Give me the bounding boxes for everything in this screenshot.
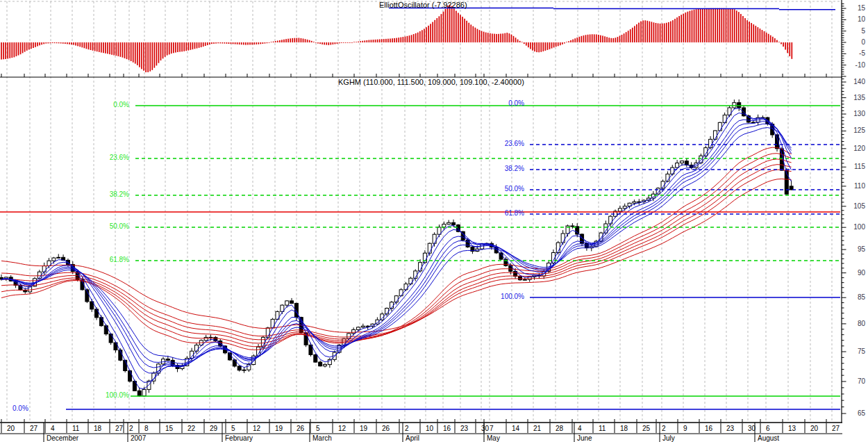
date-tick-label: 13 <box>788 425 796 433</box>
month-label: March <box>312 434 332 442</box>
price-axis-label: 70 <box>844 377 865 386</box>
month-label: 2007 <box>131 434 146 442</box>
date-tick-label: 20 <box>810 425 818 433</box>
date-tick-label: 16 <box>705 425 712 433</box>
price-axis-label: 100 <box>844 223 865 231</box>
fib-green-label: 50.0% <box>87 222 129 231</box>
oscillator-title: ElliottOscillator (-7.92286) <box>379 1 467 9</box>
date-tick-label: 23 <box>460 425 468 433</box>
osc-axis-label: -5 <box>844 49 865 58</box>
date-tick-label: 27 <box>30 425 37 433</box>
date-tick-label: 30 <box>481 425 489 433</box>
fib-green-label: 61.8% <box>87 256 129 264</box>
month-label: February <box>225 434 253 442</box>
date-tick-label: 2 <box>405 425 409 433</box>
price-axis-label: 75 <box>844 347 865 356</box>
chart-canvas[interactable] <box>0 0 868 442</box>
month-label: August <box>758 434 779 442</box>
fib-green-label: 38.2% <box>87 190 129 199</box>
date-tick-label: 21 <box>533 425 541 433</box>
date-tick-label: 23 <box>726 425 734 433</box>
price-axis-label: 125 <box>844 126 865 135</box>
date-tick-label: 25 <box>642 425 650 433</box>
date-tick-label: 18 <box>620 425 628 433</box>
osc-axis-label: -10 <box>844 61 865 69</box>
date-tick-label: 18 <box>94 425 101 433</box>
fib-blue-label: 50.0% <box>483 185 524 193</box>
fib-blue-label: 23.6% <box>483 140 524 148</box>
date-tick-label: 5 <box>231 425 235 433</box>
month-label: May <box>487 434 500 442</box>
fib-blue-label: 61.8% <box>483 209 524 218</box>
date-tick-label: 27 <box>115 425 123 433</box>
date-tick-label: 10 <box>426 425 433 433</box>
fib-green-label: 100.0% <box>106 391 129 400</box>
date-tick-label: 12 <box>338 425 346 433</box>
date-tick-label: 11 <box>599 425 606 433</box>
date-tick-label: 26 <box>297 425 304 433</box>
date-tick-label: 7 <box>490 425 494 433</box>
osc-axis-label: 0 <box>844 38 865 47</box>
osc-axis-label: 10 <box>844 15 865 24</box>
date-tick-label: 8 <box>144 425 149 433</box>
price-axis-label: 65 <box>844 409 865 418</box>
date-tick-label: 27 <box>832 425 840 433</box>
date-tick-label: 6 <box>766 425 770 433</box>
date-tick-label: 20 <box>7 425 15 433</box>
date-tick-label: 2 <box>129 425 133 433</box>
month-label: December <box>47 434 78 442</box>
osc-axis-label: 15 <box>844 4 865 13</box>
date-tick-label: 4 <box>51 425 55 433</box>
date-tick-label: 12 <box>253 425 260 433</box>
date-tick-label: 14 <box>512 425 519 433</box>
price-axis-label: 80 <box>844 320 865 328</box>
fib-green-label: 23.6% <box>87 154 129 162</box>
price-axis-label: 115 <box>844 163 865 171</box>
date-tick-label: 11 <box>72 425 79 433</box>
date-tick-label: 2 <box>662 425 666 433</box>
fib-blue-label: 38.2% <box>483 165 524 173</box>
date-tick-label: 19 <box>360 425 367 433</box>
date-tick-label: 26 <box>382 425 390 433</box>
main-chart-title: KGHM (110.000, 111.500, 109.000, 109.100… <box>338 78 524 86</box>
date-tick-label: 29 <box>210 425 217 433</box>
price-axis-label: 85 <box>844 293 865 302</box>
fib-blue-label: 0.0% <box>12 404 28 413</box>
date-tick-label: 22 <box>187 425 195 433</box>
date-tick-label: 30 <box>748 425 756 433</box>
date-tick-label: 5 <box>316 425 320 433</box>
date-tick-label: 16 <box>443 425 451 433</box>
metastock-chart-window: ElliottOscillator (-7.92286) KGHM (110.0… <box>0 0 868 442</box>
date-tick-label: 19 <box>275 425 283 433</box>
price-axis-label: 140 <box>844 78 865 86</box>
month-label: April <box>406 434 419 442</box>
price-axis-label: 130 <box>844 110 865 118</box>
price-axis-label: 105 <box>844 202 865 211</box>
price-axis-label: 90 <box>844 269 865 277</box>
price-axis-label: 95 <box>844 245 865 254</box>
fib-green-label: 0.0% <box>87 101 129 109</box>
fib-blue-label: 100.0% <box>483 293 524 301</box>
month-label: July <box>662 434 675 442</box>
month-label: June <box>577 434 592 442</box>
price-axis-label: 120 <box>844 145 865 153</box>
date-tick-label: 15 <box>165 425 173 433</box>
osc-axis-label: 5 <box>844 27 865 35</box>
price-axis-label: 135 <box>844 94 865 102</box>
price-axis-label: 110 <box>844 182 865 190</box>
date-tick-label: 9 <box>683 425 687 433</box>
date-tick-label: 28 <box>556 425 563 433</box>
date-tick-label: 4 <box>578 425 582 433</box>
fib-blue-label: 0.0% <box>483 99 524 108</box>
